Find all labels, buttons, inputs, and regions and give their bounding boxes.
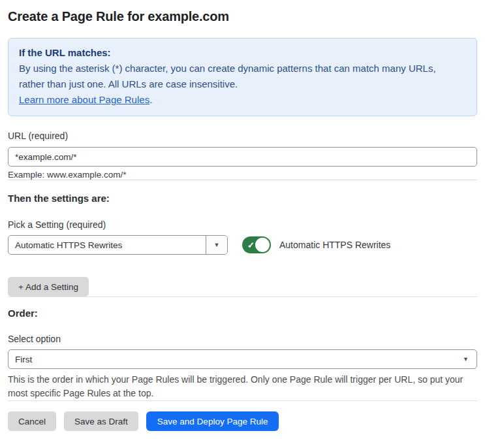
url-input[interactable] — [8, 147, 477, 167]
check-icon: ✓ — [247, 241, 255, 249]
link-suffix: . — [149, 94, 152, 105]
learn-more-link[interactable]: Learn more about Page Rules — [19, 94, 149, 105]
chevron-down-icon: ▼ — [463, 356, 469, 362]
chevron-down-icon[interactable]: ▼ — [206, 236, 227, 254]
info-box-link-line: Learn more about Page Rules. — [19, 92, 466, 108]
url-match-info-box: If the URL matches: By using the asteris… — [8, 38, 477, 116]
order-help-text: This is the order in which your Page Rul… — [8, 373, 471, 400]
info-box-body: By using the asterisk (*) character, you… — [19, 61, 450, 92]
order-select-value: First — [15, 355, 32, 364]
page-title: Create a Page Rule for example.com — [8, 9, 477, 24]
footer-actions: Cancel Save as Draft Save and Deploy Pag… — [8, 411, 477, 431]
save-draft-button[interactable]: Save as Draft — [64, 411, 138, 431]
pick-setting-label: Pick a Setting (required) — [8, 219, 477, 230]
url-label: URL (required) — [8, 131, 477, 141]
url-example-hint: Example: www.example.com/* — [8, 170, 477, 180]
cancel-button[interactable]: Cancel — [8, 411, 56, 431]
setting-dropdown[interactable]: Automatic HTTPS Rewrites ▼ — [8, 235, 228, 255]
divider — [8, 296, 477, 297]
add-setting-button[interactable]: + Add a Setting — [8, 277, 89, 296]
settings-heading: Then the settings are: — [8, 193, 477, 204]
save-deploy-button[interactable]: Save and Deploy Page Rule — [146, 411, 279, 431]
setting-toggle[interactable]: ✓ — [242, 236, 271, 253]
setting-dropdown-value: Automatic HTTPS Rewrites — [8, 240, 206, 250]
toggle-knob — [255, 238, 270, 252]
toggle-label: Automatic HTTPS Rewrites — [279, 240, 390, 250]
info-box-heading: If the URL matches: — [19, 45, 466, 61]
order-select[interactable]: First ▼ — [8, 349, 477, 369]
setting-row: Automatic HTTPS Rewrites ▼ ✓ Automatic H… — [8, 235, 477, 255]
order-heading: Order: — [8, 308, 477, 319]
divider — [8, 400, 477, 401]
divider — [8, 180, 477, 180]
chevron-glyph: ▼ — [214, 242, 220, 248]
create-page-rule-form: Create a Page Rule for example.com If th… — [0, 0, 485, 431]
order-select-label: Select option — [8, 334, 477, 344]
